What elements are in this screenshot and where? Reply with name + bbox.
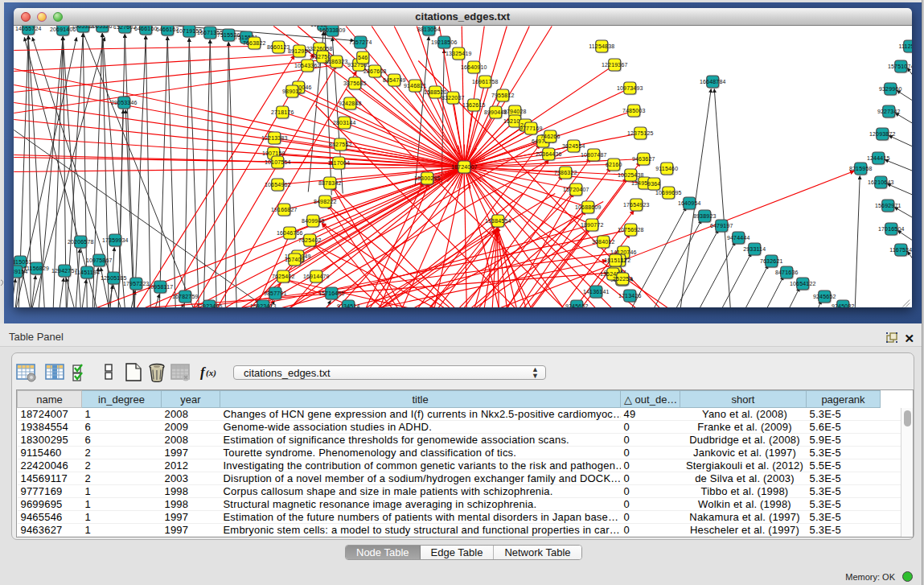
svg-text:12505185: 12505185 [101,275,127,281]
svg-text:19384554: 19384554 [485,218,511,224]
svg-text:10973493: 10973493 [617,85,643,91]
svg-text:1112505: 1112505 [898,43,911,49]
svg-text:3875685: 3875685 [343,80,367,86]
svg-text:12219367: 12219367 [602,62,628,68]
svg-text:16033809: 16033809 [319,27,346,33]
svg-text:20206578: 20206578 [68,239,94,245]
svg-text:8938923: 8938923 [693,213,717,219]
svg-text:1907159: 1907159 [262,150,285,156]
svg-text:16640910: 16640910 [461,64,487,70]
svg-text:746266: 746266 [540,134,561,139]
svg-text:9794028: 9794028 [503,109,527,114]
svg-text:1815112: 1815112 [604,257,626,263]
svg-text:10654962: 10654962 [265,182,291,187]
svg-text:2718176: 2718176 [271,109,294,115]
svg-text:2867608: 2867608 [363,68,387,74]
svg-text:252254: 252254 [613,276,633,282]
svg-text:10025438: 10025438 [618,172,644,178]
svg-text:10654122: 10654122 [790,281,816,286]
svg-text:(x): (x) [206,368,216,378]
svg-text:1890772: 1890772 [581,222,604,228]
svg-text:3624554: 3624554 [562,143,585,149]
svg-text:10807487: 10807487 [581,152,607,158]
svg-text:1527602: 1527602 [113,26,137,30]
svg-text:9245082: 9245082 [832,303,855,308]
svg-text:7663822: 7663822 [243,40,266,46]
svg-text:11254838: 11254838 [589,43,614,49]
svg-text:9134514: 9134514 [337,303,360,308]
svg-text:1588520: 1588520 [424,89,447,95]
svg-text:11451194: 11451194 [74,270,100,275]
svg-text:16046766: 16046766 [277,230,303,236]
svg-text:19166827: 19166827 [271,207,298,212]
svg-text:7632621: 7632621 [760,258,783,264]
svg-text:18724007: 18724007 [451,164,478,170]
svg-text:16923413: 16923413 [250,303,277,308]
svg-text:9857791: 9857791 [264,290,287,296]
svg-text:16914479: 16914479 [303,274,330,279]
svg-text:8813054: 8813054 [417,27,441,32]
svg-text:546: 546 [358,55,368,60]
svg-text:62160: 62160 [606,162,622,167]
svg-text:7386322: 7386322 [554,170,577,175]
svg-text:11156829: 11156829 [23,266,49,271]
svg-text:9777169: 9777169 [519,126,543,131]
svg-text:29053346: 29053346 [111,100,138,105]
svg-text:7625402: 7625402 [272,274,295,279]
svg-text:17957223: 17957223 [123,281,150,286]
svg-text:9245652: 9245652 [813,294,836,299]
svg-text:9227342: 9227342 [877,109,901,114]
svg-text:9329960: 9329960 [879,86,902,92]
svg-text:14136141: 14136141 [583,289,610,295]
svg-text:6479197: 6479197 [710,223,733,229]
svg-text:17016504: 17016504 [878,226,905,232]
svg-text:8471636: 8471636 [775,270,799,275]
svg-text:9315051: 9315051 [14,259,32,265]
svg-text:10688609: 10688609 [575,204,602,210]
svg-text:19218506: 19218506 [431,39,458,45]
svg-text:6466160: 6466160 [134,26,158,31]
svg-text:9474444: 9474444 [727,235,750,241]
svg-text:1713426: 1713426 [618,293,642,299]
svg-text:12375125: 12375125 [627,130,654,136]
svg-text:1362615: 1362615 [462,102,486,108]
svg-text:1167534: 1167534 [889,247,911,253]
svg-text:8427552: 8427552 [329,142,352,147]
svg-text:15692971: 15692971 [875,203,901,208]
svg-text:12093872: 12093872 [869,131,896,137]
svg-text:10699695: 10699695 [655,190,682,196]
svg-text:18300295: 18300295 [414,175,441,181]
svg-text:16210643: 16210643 [868,179,894,185]
svg-text:9463627: 9463627 [632,156,655,162]
svg-text:8409948: 8409948 [302,218,325,224]
svg-text:17359934: 17359934 [102,237,129,243]
svg-text:9364: 9364 [647,181,660,187]
svg-text:7485003: 7485003 [622,108,646,113]
svg-text:7625402: 7625402 [298,237,322,243]
svg-text:10958117: 10958117 [147,284,173,290]
svg-text:1117004: 1117004 [327,160,350,166]
svg-text:12213383: 12213383 [261,135,288,141]
svg-text:7955812: 7955812 [491,93,515,98]
svg-text:989012: 989012 [282,89,302,94]
svg-text:16782759: 16782759 [172,294,199,299]
svg-text:17654923: 17654923 [623,202,650,208]
svg-text:7357274: 7357274 [349,39,372,45]
svg-text:157409: 157409 [285,257,305,262]
svg-text:1244415: 1244415 [867,155,890,161]
svg-text:9115460: 9115460 [655,166,678,171]
svg-text:8186323: 8186323 [325,59,348,64]
svg-text:1640954: 1640954 [678,200,701,206]
svg-text:9146821: 9146821 [404,83,427,89]
svg-text:13325419: 13325419 [446,51,472,56]
svg-text:15720407: 15720407 [563,187,589,192]
svg-text:15716485: 15716485 [318,290,345,296]
svg-text:8215958: 8215958 [849,166,873,171]
svg-text:8498222: 8498222 [314,199,337,204]
svg-text:20364436: 20364436 [536,151,562,157]
svg-text:15751074: 15751074 [888,64,912,69]
svg-text:10756928: 10756928 [618,227,644,233]
svg-text:9242848: 9242848 [339,101,362,106]
svg-text:9245652: 9245652 [565,303,589,308]
svg-text:10543362: 10543362 [294,63,321,68]
